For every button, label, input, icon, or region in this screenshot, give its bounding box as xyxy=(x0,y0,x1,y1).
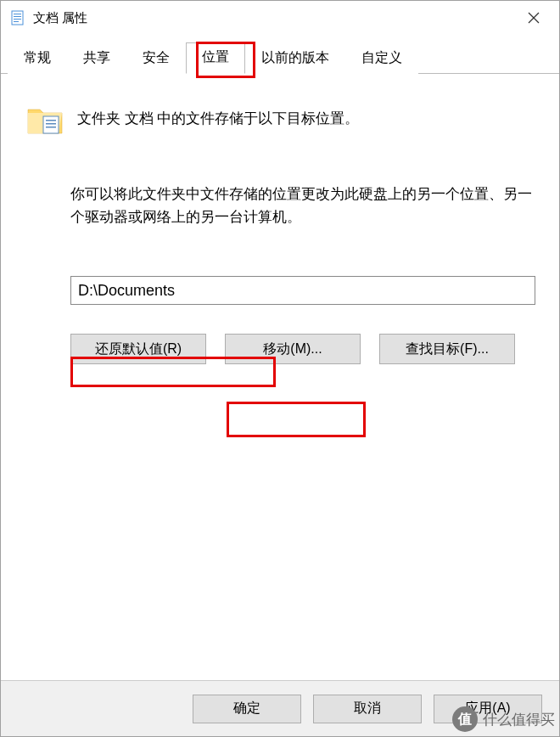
highlight-move-annotation xyxy=(227,402,366,437)
location-description: 你可以将此文件夹中文件存储的位置更改为此硬盘上的另一个位置、另一个驱动器或网络上… xyxy=(70,183,535,228)
path-input[interactable] xyxy=(70,276,535,305)
apply-button[interactable]: 应用(A) xyxy=(434,695,542,723)
tab-customize[interactable]: 自定义 xyxy=(345,43,418,74)
svg-rect-7 xyxy=(43,116,59,133)
move-button[interactable]: 移动(M)... xyxy=(225,334,361,364)
folder-document-icon xyxy=(25,99,65,140)
tab-location[interactable]: 位置 xyxy=(186,42,245,74)
tab-content: 文件夹 文档 中的文件存储于以下目标位置。 你可以将此文件夹中文件存储的位置更改… xyxy=(1,74,559,680)
window-title: 文档 属性 xyxy=(33,10,512,26)
svg-rect-10 xyxy=(46,127,56,128)
tab-previous-versions[interactable]: 以前的版本 xyxy=(245,43,345,74)
svg-rect-1 xyxy=(14,14,21,14)
find-target-button[interactable]: 查找目标(F)... xyxy=(379,334,515,364)
tab-general[interactable]: 常规 xyxy=(8,43,67,74)
properties-dialog: 文档 属性 常规 共享 安全 位置 以前的版本 自定义 文件夹 文档 中 xyxy=(0,0,560,737)
tab-strip: 常规 共享 安全 位置 以前的版本 自定义 xyxy=(1,35,559,74)
close-button[interactable] xyxy=(512,1,556,35)
document-icon xyxy=(9,9,26,26)
restore-default-button[interactable]: 还原默认值(R) xyxy=(70,334,206,364)
svg-rect-9 xyxy=(46,123,56,125)
tab-security[interactable]: 安全 xyxy=(126,43,186,74)
tab-sharing[interactable]: 共享 xyxy=(67,43,126,74)
svg-rect-0 xyxy=(12,11,23,25)
ok-button[interactable]: 确定 xyxy=(193,695,301,723)
cancel-button[interactable]: 取消 xyxy=(313,695,422,723)
svg-rect-4 xyxy=(14,21,19,22)
svg-rect-3 xyxy=(14,19,21,20)
location-heading: 文件夹 文档 中的文件存储于以下目标位置。 xyxy=(77,99,359,130)
titlebar: 文档 属性 xyxy=(1,1,559,35)
dialog-footer: 确定 取消 应用(A) xyxy=(1,680,559,736)
svg-rect-8 xyxy=(46,120,56,121)
svg-rect-2 xyxy=(14,16,21,17)
